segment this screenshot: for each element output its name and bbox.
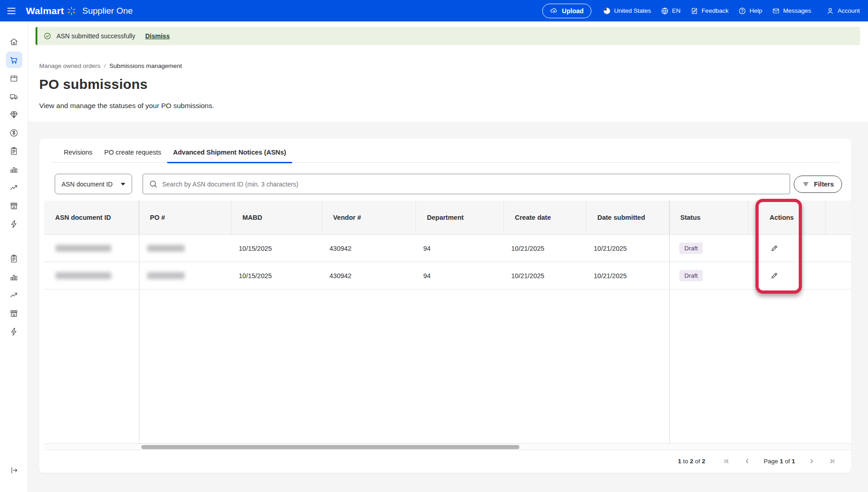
expand-sidebar-icon[interactable] bbox=[6, 462, 22, 478]
search-icon bbox=[149, 179, 158, 189]
store-icon[interactable] bbox=[6, 305, 22, 321]
box-icon[interactable] bbox=[6, 70, 22, 86]
language-selector[interactable]: EN bbox=[661, 7, 681, 15]
gem-icon[interactable] bbox=[6, 106, 22, 123]
filters-button[interactable]: Filters bbox=[794, 176, 842, 193]
first-page-icon[interactable] bbox=[723, 457, 731, 465]
cell-po-number-redacted bbox=[139, 262, 231, 289]
column-header-status[interactable]: Status bbox=[669, 201, 748, 234]
feedback-button[interactable]: Feedback bbox=[690, 7, 729, 15]
breadcrumb-manage-owned-orders[interactable]: Manage owned orders bbox=[39, 62, 100, 69]
dropdown-value: ASN document ID bbox=[62, 181, 113, 188]
dollar-icon[interactable] bbox=[6, 124, 22, 141]
column-header-date-submitted[interactable]: Date submitted bbox=[586, 201, 669, 234]
cell-department: 94 bbox=[416, 235, 504, 262]
cell-vendor-number: 430942 bbox=[322, 235, 416, 262]
column-header-vendor-number[interactable]: Vendor # bbox=[322, 201, 416, 234]
check-circle-icon bbox=[43, 32, 51, 40]
cell-po-number-redacted bbox=[139, 235, 231, 262]
brand-wordmark: Walmart bbox=[26, 5, 64, 16]
product-name: Supplier One bbox=[82, 6, 133, 16]
cell-status: Draft bbox=[669, 262, 748, 289]
status-badge: Draft bbox=[679, 243, 703, 254]
column-header-asn-document-id[interactable]: ASN document ID bbox=[44, 201, 139, 234]
truck-icon[interactable] bbox=[6, 88, 22, 104]
search-input[interactable] bbox=[162, 181, 784, 188]
cell-status: Draft bbox=[669, 235, 748, 262]
cell-create-date: 10/21/2025 bbox=[504, 262, 586, 289]
bar-chart-icon[interactable] bbox=[6, 161, 22, 177]
column-header-po-number[interactable]: PO # bbox=[139, 201, 231, 234]
column-header-create-date[interactable]: Create date bbox=[504, 201, 586, 234]
edit-button[interactable] bbox=[767, 242, 781, 255]
search-box bbox=[143, 174, 790, 194]
tab-po-create-requests[interactable]: PO create requests bbox=[98, 144, 167, 162]
envelope-icon bbox=[772, 7, 780, 15]
pencil-icon bbox=[770, 271, 779, 280]
cart-icon[interactable] bbox=[6, 52, 22, 68]
table-row: 10/15/2025 430942 94 10/21/2025 10/21/20… bbox=[44, 235, 851, 262]
column-header-filler bbox=[826, 201, 851, 234]
language-label: EN bbox=[672, 7, 681, 14]
last-page-icon[interactable] bbox=[828, 457, 836, 465]
clipboard-icon[interactable] bbox=[6, 143, 22, 159]
scrollbar-thumb[interactable] bbox=[141, 445, 519, 449]
account-button[interactable]: Account bbox=[826, 7, 860, 15]
row-range: 1 to 2 of 2 bbox=[678, 458, 705, 465]
pinned-right-divider bbox=[669, 201, 670, 450]
messages-label: Messages bbox=[783, 7, 812, 14]
search-field-dropdown[interactable]: ASN document ID bbox=[55, 174, 132, 194]
column-header-department[interactable]: Department bbox=[416, 201, 504, 234]
tab-advanced-shipment-notices[interactable]: Advanced Shipment Notices (ASNs) bbox=[167, 144, 292, 163]
filter-lines-icon bbox=[802, 180, 810, 188]
account-label: Account bbox=[837, 7, 860, 14]
tab-revisions[interactable]: Revisions bbox=[58, 144, 98, 162]
help-icon bbox=[738, 7, 746, 15]
help-label: Help bbox=[750, 7, 762, 14]
bolt-icon[interactable] bbox=[6, 216, 22, 232]
messages-button[interactable]: Messages bbox=[772, 7, 812, 15]
table-row: 10/15/2025 430942 94 10/21/2025 10/21/20… bbox=[44, 262, 851, 290]
cell-asn-document-id-redacted bbox=[44, 262, 139, 289]
trend-icon[interactable] bbox=[6, 287, 22, 303]
dismiss-link[interactable]: Dismiss bbox=[145, 32, 170, 40]
submissions-card: Revisions PO create requests Advanced Sh… bbox=[39, 139, 851, 473]
cell-create-date: 10/21/2025 bbox=[504, 235, 586, 262]
edit-button[interactable] bbox=[767, 269, 781, 283]
country-label: United States bbox=[614, 7, 651, 14]
breadcrumb-separator: / bbox=[104, 62, 106, 69]
home-icon[interactable] bbox=[6, 33, 22, 50]
cloud-upload-icon bbox=[550, 7, 558, 15]
column-header-actions[interactable]: Actions bbox=[748, 201, 826, 234]
cell-actions bbox=[748, 262, 826, 289]
filters-label: Filters bbox=[814, 181, 834, 188]
us-flag-icon bbox=[603, 7, 611, 15]
banner-message: ASN submitted successfully bbox=[56, 32, 135, 40]
pencil-icon bbox=[770, 244, 779, 253]
upload-button[interactable]: Upload bbox=[542, 4, 591, 18]
left-nav-rail bbox=[0, 21, 28, 492]
country-selector[interactable]: United States bbox=[603, 7, 651, 15]
column-header-mabd[interactable]: MABD bbox=[231, 201, 322, 234]
next-page-icon[interactable] bbox=[807, 457, 816, 465]
clipboard-icon[interactable] bbox=[6, 250, 22, 267]
pagination-bar: 1 to 2 of 2 Page bbox=[39, 450, 851, 472]
table-header-row: ASN document ID PO # MABD Vendor # Depar… bbox=[44, 201, 851, 235]
trend-icon[interactable] bbox=[6, 179, 22, 196]
cell-department: 94 bbox=[416, 262, 504, 289]
success-banner: ASN submitted successfully Dismiss bbox=[36, 27, 860, 45]
breadcrumb-current: Submissions management bbox=[109, 62, 182, 69]
globe-icon bbox=[661, 7, 669, 15]
help-button[interactable]: Help bbox=[738, 7, 762, 15]
bar-chart-icon[interactable] bbox=[6, 269, 22, 285]
menu-icon[interactable] bbox=[7, 5, 18, 16]
walmart-logo[interactable]: Walmart bbox=[26, 5, 77, 16]
top-app-bar: Walmart Supplier One Upload bbox=[0, 0, 868, 21]
bolt-icon[interactable] bbox=[6, 323, 22, 340]
previous-page-icon[interactable] bbox=[743, 457, 751, 465]
asn-table: ASN document ID PO # MABD Vendor # Depar… bbox=[44, 201, 851, 450]
status-badge: Draft bbox=[679, 270, 703, 281]
cell-date-submitted: 10/21/2025 bbox=[586, 262, 669, 289]
store-icon[interactable] bbox=[6, 197, 22, 214]
cell-mabd: 10/15/2025 bbox=[231, 262, 322, 289]
